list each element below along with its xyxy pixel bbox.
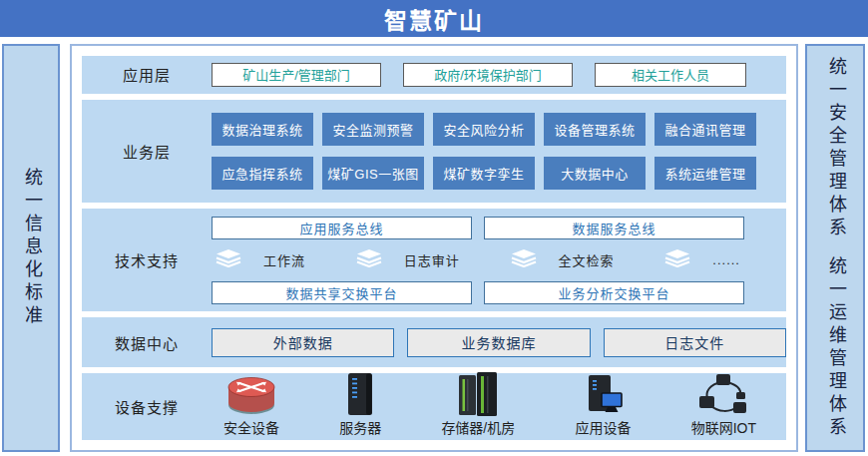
- biz-box-safety-monitoring: 安全监测预警: [322, 113, 424, 146]
- biz-box-emergency-command: 应急指挥系统: [212, 157, 313, 190]
- service-bus-row: 应用服务总线 数据服务总线: [212, 217, 744, 239]
- biz-box-data-governance: 数据治理系统: [212, 113, 313, 146]
- app-box-related-staff: 相关工作人员: [595, 63, 746, 87]
- stacked-layers-icon: [664, 249, 690, 271]
- service-label: ......: [712, 252, 740, 267]
- app-service-bus: 应用服务总线: [212, 217, 472, 239]
- data-sharing-platform: 数据共享交换平台: [212, 281, 472, 304]
- business-row-1: 数据治理系统 安全监测预警 安全风险分析 设备管理系统 融合通讯管理: [212, 113, 786, 146]
- smart-mine-architecture-diagram: 智慧矿山 统一信息化标准 统一安全管理体系 统一运维管理体系 应用层 矿山生产/…: [0, 0, 868, 456]
- equipment-label: 存储器/机房: [441, 417, 515, 437]
- application-layer-panel: 应用层 矿山生产/管理部门 政府/环境保护部门 相关工作人员: [82, 56, 786, 94]
- equipment-support-panel: 设备支撑 安全设备: [82, 373, 786, 440]
- application-layer-label: 应用层: [82, 56, 212, 94]
- service-more: ......: [664, 249, 740, 271]
- biz-box-digital-twin: 煤矿数字孪生: [433, 157, 535, 190]
- equipment-security-device: 安全设备: [223, 372, 279, 437]
- service-label: 全文检索: [559, 250, 615, 269]
- stacked-layers-icon: [356, 249, 382, 271]
- firewall-device-icon: [224, 372, 278, 416]
- business-layer-content: 数据治理系统 安全监测预警 安全风险分析 设备管理系统 融合通讯管理 应急指挥系…: [212, 100, 786, 203]
- application-layer-content: 矿山生产/管理部门 政府/环境保护部门 相关工作人员: [212, 56, 786, 94]
- dc-box-business-database: 业务数据库: [407, 328, 590, 357]
- equipment-support-label: 设备支撑: [82, 373, 212, 440]
- exchange-platform-row: 数据共享交换平台 业务分析交换平台: [212, 281, 744, 304]
- equipment-storage-room: 存储器/机房: [441, 372, 515, 437]
- equipment-label: 应用设备: [575, 417, 631, 437]
- middleware-services-row: 工作流 日志审计 全文检索: [212, 247, 744, 273]
- equipment-app-device: 应用设备: [575, 372, 631, 437]
- biz-box-gis-map: 煤矿GIS一张图: [322, 157, 424, 190]
- main-frame: 应用层 矿山生产/管理部门 政府/环境保护部门 相关工作人员 业务层 数据治理系…: [70, 44, 798, 452]
- data-service-bus: 数据服务总线: [484, 217, 744, 239]
- stacked-layers-icon: [511, 249, 537, 271]
- biz-box-risk-analysis: 安全风险分析: [433, 113, 535, 146]
- tech-support-panel: 技术支持 应用服务总线 数据服务总线 工作流: [82, 209, 786, 311]
- app-device-icon: [581, 372, 625, 416]
- app-box-mine-production: 矿山生产/管理部门: [212, 63, 381, 87]
- page-title: 智慧矿山: [384, 2, 484, 36]
- service-workflow: 工作流: [216, 249, 305, 271]
- biz-box-comm-management: 融合通讯管理: [654, 113, 756, 146]
- banner: 智慧矿山: [0, 0, 868, 37]
- right-pillar-label-security: 统一安全管理体系: [825, 57, 845, 240]
- service-fulltext-search: 全文检索: [511, 249, 615, 271]
- equipment-label: 服务器: [339, 417, 381, 437]
- iot-network-icon: [697, 372, 749, 416]
- left-pillar-unified-standard: 统一信息化标准: [2, 44, 60, 452]
- dc-box-external-data: 外部数据: [212, 328, 394, 357]
- right-pillar-label-ops: 统一运维管理体系: [825, 256, 845, 440]
- business-layer-panel: 业务层 数据治理系统 安全监测预警 安全风险分析 设备管理系统 融合通讯管理 应…: [82, 100, 786, 203]
- equipment-server: 服务器: [339, 372, 381, 437]
- business-row-2: 应急指挥系统 煤矿GIS一张图 煤矿数字孪生 大数据中心 系统运维管理: [212, 157, 786, 190]
- storage-rack-icon: [456, 372, 500, 416]
- tech-support-content: 应用服务总线 数据服务总线 工作流 日志审计: [212, 209, 786, 311]
- biz-box-ops-management: 系统运维管理: [654, 157, 756, 190]
- equipment-label: 安全设备: [223, 417, 279, 437]
- data-center-panel: 数据中心 外部数据 业务数据库 日志文件: [82, 317, 786, 367]
- biz-box-big-data-center: 大数据中心: [544, 157, 646, 190]
- data-center-content: 外部数据 业务数据库 日志文件: [212, 317, 786, 367]
- equipment-label: 物联网IOT: [691, 417, 756, 437]
- left-pillar-label: 统一信息化标准: [21, 168, 41, 328]
- data-center-label: 数据中心: [82, 317, 212, 367]
- service-log-audit: 日志审计: [356, 249, 460, 271]
- business-layer-label: 业务层: [82, 100, 212, 203]
- stacked-layers-icon: [216, 249, 241, 271]
- dc-box-log-files: 日志文件: [604, 328, 786, 357]
- service-label: 日志审计: [404, 250, 460, 269]
- biz-box-device-management: 设备管理系统: [544, 113, 646, 146]
- service-label: 工作流: [263, 250, 305, 269]
- right-pillar-management-systems: 统一安全管理体系 统一运维管理体系: [805, 44, 865, 452]
- equipment-support-content: 安全设备: [212, 373, 786, 440]
- tech-support-label: 技术支持: [82, 209, 212, 311]
- app-box-government-env: 政府/环境保护部门: [403, 63, 573, 87]
- server-icon: [343, 372, 377, 416]
- business-analysis-platform: 业务分析交换平台: [484, 281, 744, 304]
- equipment-iot-network: 物联网IOT: [691, 372, 756, 437]
